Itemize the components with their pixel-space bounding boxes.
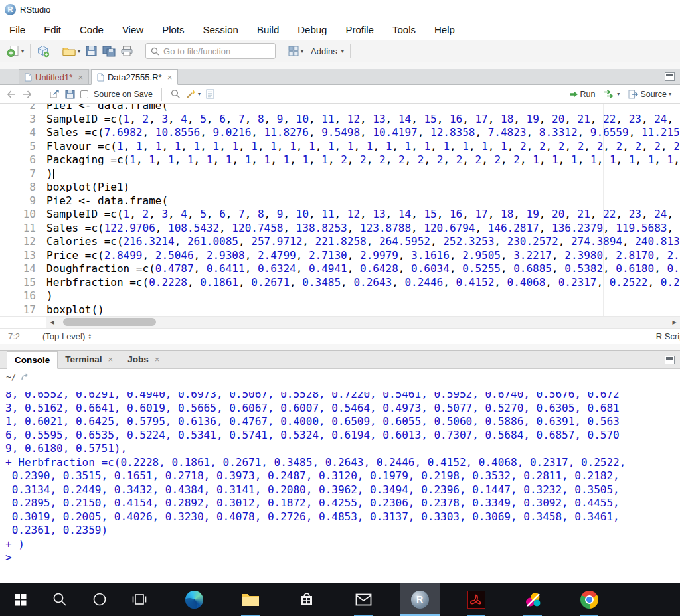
cortana-button[interactable] — [80, 583, 120, 616]
tab-close-icon[interactable]: × — [167, 72, 173, 82]
tab-data27555[interactable]: Data27555.R* × — [91, 69, 178, 85]
code-line-11[interactable]: 11Sales =c(122.9706, 108.5432, 120.7458,… — [0, 222, 680, 236]
code-line-15[interactable]: 15Herbfraction =c(0.2228, 0.1861, 0.2671… — [0, 276, 680, 290]
toolbar-separator — [139, 44, 139, 58]
code-line-3[interactable]: 3SampleID =c(1, 2, 3, 4, 5, 6, 7, 8, 9, … — [0, 113, 680, 127]
scrollbar-track[interactable] — [58, 317, 669, 328]
tab-close-icon[interactable]: × — [78, 72, 83, 82]
tab-terminal[interactable]: Terminal × — [58, 350, 120, 368]
line-number: 10 — [0, 208, 46, 222]
rerun-button[interactable]: ▾ — [602, 86, 621, 103]
scrollbar-thumb[interactable] — [63, 318, 156, 326]
back-icon[interactable] — [7, 90, 17, 98]
menu-debug[interactable]: Debug — [288, 21, 336, 38]
maximize-pane-icon[interactable] — [665, 72, 675, 81]
compile-report-icon[interactable] — [206, 89, 214, 99]
code-line-2[interactable]: 2Pie1 <- data.frame( — [0, 104, 680, 113]
find-replace-icon[interactable] — [171, 89, 181, 99]
code-line-13[interactable]: 13Price =c(2.8499, 2.5046, 2.9308, 2.479… — [0, 249, 680, 263]
source-on-save-checkbox[interactable] — [80, 90, 88, 98]
menu-profile[interactable]: Profile — [336, 21, 383, 38]
acrobat-button[interactable] — [456, 583, 496, 616]
tab-jobs[interactable]: Jobs × — [120, 350, 167, 368]
code-tools-button[interactable]: ▾ — [186, 86, 201, 103]
code-line-8[interactable]: 8boxplot(Pie1) — [0, 181, 680, 194]
pane-layout-button[interactable]: ▾ — [286, 42, 306, 60]
menu-help[interactable]: Help — [425, 21, 464, 38]
new-file-dropdown-icon[interactable]: ▾ — [21, 48, 24, 54]
code-line-4[interactable]: 4Sales =c(7.6982, 10.8556, 9.0216, 11.82… — [0, 126, 680, 140]
line-number: 6 — [0, 153, 46, 167]
tab-close-icon[interactable]: × — [108, 354, 114, 364]
addins-button[interactable]: Addins ▾ — [306, 42, 347, 60]
pane-layout-dropdown-icon[interactable]: ▾ — [301, 48, 303, 54]
print-button[interactable] — [118, 42, 135, 60]
source-on-save-label[interactable]: Source on Save — [94, 90, 153, 99]
source-tabstrip: Untitled1* × Data27555.R* × — [0, 69, 680, 85]
save-button[interactable] — [83, 42, 100, 60]
scroll-right-icon[interactable]: ▶ — [669, 317, 680, 328]
code-line-16[interactable]: 16) — [0, 289, 680, 303]
goto-file-input[interactable] — [163, 46, 270, 56]
source-button[interactable]: Source ▾ — [626, 86, 673, 103]
tab-untitled1[interactable]: Untitled1* × — [19, 69, 89, 84]
goto-file-search[interactable] — [145, 43, 276, 59]
line-number: 16 — [0, 289, 46, 303]
rstudio-taskbar-button[interactable]: R — [400, 583, 440, 616]
chrome-button[interactable] — [569, 583, 609, 616]
run-icon — [569, 90, 578, 98]
code-line-7[interactable]: 7) — [0, 167, 680, 181]
editor-hscrollbar[interactable]: ◀ ▶ — [0, 316, 680, 328]
save-icon[interactable] — [65, 90, 75, 99]
menu-plots[interactable]: Plots — [153, 21, 193, 38]
task-view-button[interactable] — [120, 583, 159, 616]
forward-icon[interactable] — [22, 90, 32, 98]
file-explorer-button[interactable] — [230, 583, 270, 616]
code-line-14[interactable]: 14Doughfraction =c(0.4787, 0.6411, 0.632… — [0, 262, 680, 276]
menu-code[interactable]: Code — [70, 21, 113, 38]
menu-view[interactable]: View — [113, 21, 153, 38]
console-output[interactable]: 8, 0.6552, 0.6291, 0.4940, 0.6973, 0.506… — [0, 384, 680, 583]
goto-directory-icon[interactable] — [21, 373, 30, 380]
tab-close-icon[interactable]: × — [155, 354, 160, 364]
new-file-button[interactable]: ▾ — [4, 42, 27, 60]
source-dropdown-icon: ▾ — [669, 91, 671, 97]
start-button[interactable] — [0, 583, 40, 616]
open-file-button[interactable]: ▾ — [60, 42, 83, 60]
logo-letter: R — [8, 5, 13, 13]
menu-file[interactable]: File — [0, 21, 35, 38]
save-all-button[interactable] — [100, 42, 118, 60]
console-lines: 8, 0.6552, 0.6291, 0.4940, 0.6973, 0.506… — [5, 392, 680, 565]
editor-toolbar: Source on Save ▾ Run ▾ Source ▾ — [0, 85, 680, 104]
open-recent-dropdown-icon[interactable]: ▾ — [78, 48, 80, 54]
code-line-12[interactable]: 12Calories =c(216.3214, 261.0085, 257.97… — [0, 235, 680, 249]
menu-session[interactable]: Session — [194, 21, 248, 38]
code-line-9[interactable]: 9Pie2 <- data.frame( — [0, 194, 680, 208]
code-line-5[interactable]: 5Flavour =c(1, 1, 1, 1, 1, 1, 1, 1, 1, 1… — [0, 140, 680, 154]
run-button[interactable]: Run — [567, 86, 597, 103]
code-line-6[interactable]: 6Packaging =c(1, 1, 1, 1, 1, 1, 1, 1, 1,… — [0, 153, 680, 167]
menu-edit[interactable]: Edit — [35, 21, 70, 38]
tab-console[interactable]: Console — [7, 351, 58, 369]
console-line: 0.2895, 0.2150, 0.4154, 0.2892, 0.3012, … — [5, 497, 680, 510]
scope-selector[interactable]: (Top Level) ▲▼ — [42, 331, 92, 341]
console-line: 3, 0.5162, 0.6641, 0.6019, 0.5665, 0.606… — [5, 402, 680, 416]
menu-tools[interactable]: Tools — [383, 21, 425, 38]
code-editor[interactable]: 2Pie1 <- data.frame(3SampleID =c(1, 2, 3… — [0, 104, 680, 316]
popout-icon[interactable] — [50, 90, 60, 98]
scroll-left-icon[interactable]: ◀ — [46, 317, 58, 328]
menu-build[interactable]: Build — [248, 21, 288, 38]
console-prompt-line[interactable]: > — [5, 551, 680, 565]
file-type-selector[interactable]: R Script ▾ — [656, 331, 680, 341]
taskbar-search-button[interactable] — [40, 583, 80, 616]
edge-button[interactable] — [174, 583, 214, 616]
line-number: 7 — [0, 167, 46, 181]
microsoft-store-button[interactable] — [287, 583, 327, 616]
code-line-17[interactable]: 17boxplot() — [0, 303, 680, 317]
code-line-10[interactable]: 10SampleID =c(1, 2, 3, 4, 5, 6, 7, 8, 9,… — [0, 208, 680, 222]
paint3d-button[interactable] — [513, 583, 552, 616]
mail-button[interactable] — [343, 583, 383, 616]
maximize-pane-icon[interactable] — [665, 356, 675, 364]
new-project-button[interactable] — [34, 42, 52, 60]
code-text: Price =c(2.8499, 2.5046, 2.9308, 2.4799,… — [46, 249, 680, 263]
